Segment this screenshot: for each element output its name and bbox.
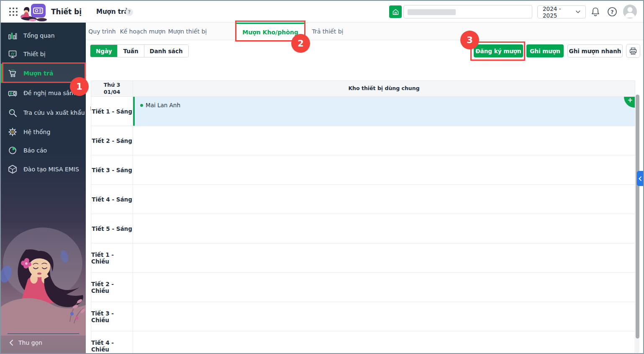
toolbar: Ngày Tuần Danh sách Ngày Điều kiện lọc bbox=[86, 40, 643, 80]
schedule-row: Tiết 4 - Sáng bbox=[91, 185, 635, 214]
app-grid-icon[interactable] bbox=[8, 7, 18, 17]
sidebar-item-label: Tổng quan bbox=[23, 32, 55, 39]
sidebar-item-label: Báo cáo bbox=[23, 147, 47, 154]
schedule-header-row: Thứ 3 01/04 Kho thiết bị dùng chung bbox=[91, 81, 635, 97]
schedule-table: Thứ 3 01/04 Kho thiết bị dùng chung Tiết… bbox=[91, 80, 635, 354]
period-label: Tiết 1 - Chiều bbox=[91, 243, 133, 272]
slot-cell[interactable] bbox=[133, 273, 635, 302]
bar-chart-icon bbox=[8, 31, 17, 40]
slot-cell[interactable] bbox=[133, 155, 635, 184]
slot-cell[interactable] bbox=[133, 302, 635, 331]
school-year-value: 2024 - 2025 bbox=[543, 5, 576, 19]
tab-label: Kế hoạch mượn bbox=[120, 28, 165, 35]
sidebar-item-dao-tao[interactable]: Đào tạo MISA EMIS bbox=[1, 160, 86, 179]
sidebar-item-he-thong[interactable]: Hệ thống bbox=[1, 122, 86, 142]
sidebar-item-de-nghi-mua-sam[interactable]: Đề nghị mua sắm bbox=[1, 83, 86, 103]
slot-cell[interactable] bbox=[133, 243, 635, 272]
cube-icon bbox=[8, 165, 17, 174]
sidebar-item-tong-quan[interactable]: Tổng quan bbox=[1, 26, 86, 45]
print-button[interactable] bbox=[626, 44, 640, 58]
sidebar-item-label: Đề nghị mua sắm bbox=[23, 90, 75, 96]
sidebar-item-label: Đào tạo MISA EMIS bbox=[23, 166, 79, 173]
view-mode-list[interactable]: Danh sách bbox=[144, 45, 188, 57]
day-header-cell: Thứ 3 01/04 bbox=[91, 81, 133, 96]
sidebar-item-label: Tra cứu và xuất khẩu bbox=[23, 109, 85, 116]
tab-bar: Quy trình Kế hoạch mượn Mượn thiết bị Mư… bbox=[86, 23, 643, 40]
view-mode-week[interactable]: Tuần bbox=[117, 45, 144, 57]
add-booking-button[interactable]: + bbox=[624, 97, 635, 108]
sidebar-item-tra-cuu[interactable]: Tra cứu và xuất khẩu bbox=[1, 103, 86, 122]
period-label: Tiết 1 - Sáng bbox=[91, 97, 133, 126]
sidebar-item-thiet-bi[interactable]: Thiết bị bbox=[1, 44, 86, 64]
pie-chart-icon bbox=[8, 146, 17, 155]
sidebar-item-label: Hệ thống bbox=[23, 129, 50, 135]
collapse-label: Thu gọn bbox=[18, 339, 42, 346]
schedule-row: Tiết 1 - Sáng Mai Lan Anh + bbox=[91, 97, 635, 126]
bell-icon bbox=[591, 7, 600, 17]
redacted-school-name bbox=[408, 9, 456, 15]
home-button[interactable] bbox=[389, 5, 402, 18]
app-logo[interactable] bbox=[20, 2, 48, 22]
chevron-left-icon bbox=[639, 176, 641, 181]
slot-cell[interactable] bbox=[133, 331, 635, 354]
school-search-input[interactable] bbox=[403, 5, 532, 18]
tab-label: Mượn Kho/phòng bbox=[242, 29, 298, 36]
school-year-select[interactable]: 2024 - 2025 bbox=[537, 5, 586, 18]
scrollbar-thumb[interactable] bbox=[636, 95, 639, 338]
collapse-panel-tab[interactable] bbox=[637, 171, 643, 186]
module-title: Thiết bị bbox=[51, 1, 82, 23]
magnifier-icon bbox=[8, 108, 17, 117]
period-label: Tiết 2 - Chiều bbox=[91, 273, 133, 302]
sidebar-item-label: Mượn trả bbox=[23, 70, 53, 77]
topbar: Thiết bị Mượn trả ? 2024 - 2025 bbox=[1, 1, 643, 23]
help-button[interactable]: ? bbox=[607, 6, 618, 17]
sidebar-divider bbox=[8, 333, 79, 334]
home-icon bbox=[392, 8, 399, 16]
view-mode-day[interactable]: Ngày bbox=[90, 45, 117, 57]
tab-muon-thiet-bi[interactable]: Mượn thiết bị bbox=[162, 23, 213, 40]
period-label: Tiết 4 - Sáng bbox=[91, 185, 133, 214]
tab-ke-hoach-muon[interactable]: Kế hoạch mượn bbox=[118, 23, 168, 40]
tab-muon-kho-phong[interactable]: Mượn Kho/phòng bbox=[235, 23, 305, 40]
tab-label: Quy trình bbox=[88, 28, 116, 35]
record-borrow-button[interactable]: Ghi mượn bbox=[526, 44, 564, 57]
period-label: Tiết 5 - Sáng bbox=[91, 214, 133, 243]
slot-cell[interactable] bbox=[133, 214, 635, 243]
cart-icon bbox=[8, 69, 17, 78]
period-label: Tiết 4 - Chiều bbox=[91, 331, 133, 354]
schedule-row: Tiết 1 - Chiều bbox=[91, 243, 635, 273]
period-label: Tiết 2 - Sáng bbox=[91, 126, 133, 155]
monitor-icon bbox=[8, 49, 17, 59]
slot-cell-booked[interactable]: Mai Lan Anh + bbox=[133, 97, 635, 126]
plus-icon: + bbox=[627, 97, 633, 103]
vertical-scrollbar bbox=[636, 94, 639, 353]
collapse-sidebar-button[interactable]: Thu gọn bbox=[1, 336, 86, 350]
booking-entry[interactable]: Mai Lan Anh bbox=[140, 102, 180, 109]
day-name: Thứ 3 bbox=[104, 82, 120, 88]
sidebar-illustration bbox=[1, 225, 86, 336]
user-avatar[interactable] bbox=[623, 5, 637, 18]
room-header-label: Kho thiết bị dùng chung bbox=[348, 85, 419, 92]
chevron-down-icon bbox=[576, 10, 580, 13]
schedule-row: Tiết 2 - Sáng bbox=[91, 126, 635, 155]
schedule-row: Tiết 2 - Chiều bbox=[91, 273, 635, 302]
sidebar: Tổng quan Thiết bị Mượn trả bbox=[1, 23, 86, 353]
tab-tra-thiet-bi[interactable]: Trả thiết bị bbox=[307, 23, 349, 40]
period-label: Tiết 3 - Sáng bbox=[91, 155, 133, 184]
schedule-row: Tiết 3 - Sáng bbox=[91, 155, 635, 185]
tab-quy-trinh[interactable]: Quy trình bbox=[81, 23, 123, 40]
quick-record-borrow-button[interactable]: Ghi mượn nhanh bbox=[567, 44, 623, 57]
register-borrow-button[interactable]: Đăng ký mượn bbox=[474, 44, 523, 57]
tab-label: Mượn thiết bị bbox=[168, 28, 207, 35]
view-mode-switcher: Ngày Tuần Danh sách bbox=[90, 44, 189, 57]
gear-icon bbox=[8, 127, 17, 137]
period-label: Tiết 3 - Chiều bbox=[91, 302, 133, 331]
page-help-badge[interactable]: ? bbox=[126, 8, 133, 16]
sidebar-item-bao-cao[interactable]: Báo cáo bbox=[1, 141, 86, 160]
borrower-name: Mai Lan Anh bbox=[146, 102, 180, 109]
sidebar-item-muon-tra[interactable]: Mượn trả bbox=[1, 64, 86, 83]
slot-cell[interactable] bbox=[133, 126, 635, 155]
notifications-button[interactable] bbox=[590, 6, 601, 17]
slot-cell[interactable] bbox=[133, 185, 635, 214]
schedule-row: Tiết 4 - Chiều bbox=[91, 331, 635, 354]
